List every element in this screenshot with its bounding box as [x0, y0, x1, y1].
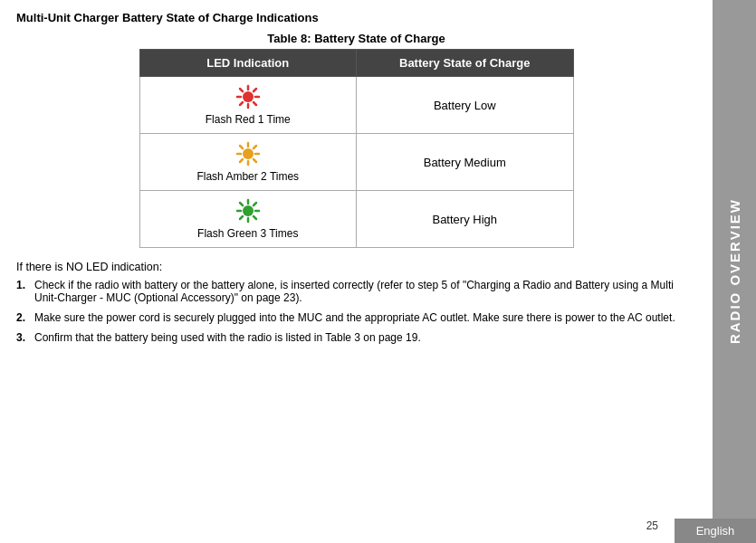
- led-label: Flash Red 1 Time: [151, 113, 346, 126]
- state-cell: Battery High: [357, 191, 574, 248]
- note-number: 3.: [16, 331, 34, 344]
- table-caption: Table 8: Battery State of Charge: [16, 32, 696, 45]
- svg-line-24: [254, 216, 256, 219]
- svg-line-14: [240, 146, 243, 148]
- note-text: Confirm that the battery being used with…: [34, 331, 421, 344]
- page-title: Multi-Unit Charger Battery State of Char…: [16, 11, 696, 24]
- svg-line-6: [254, 102, 256, 105]
- table-row: Flash Green 3 TimesBattery High: [139, 191, 573, 248]
- svg-line-5: [240, 89, 243, 91]
- led-label: Flash Amber 2 Times: [151, 170, 346, 183]
- svg-line-8: [240, 102, 243, 105]
- no-led-text: If there is NO LED indication:: [16, 261, 696, 273]
- led-cell: Flash Amber 2 Times: [139, 134, 357, 191]
- svg-line-17: [240, 159, 243, 162]
- svg-line-7: [254, 89, 256, 91]
- svg-line-26: [240, 216, 243, 219]
- led-label: Flash Green 3 Times: [151, 227, 346, 240]
- led-icon: [231, 198, 265, 224]
- led-icon: [231, 141, 265, 167]
- svg-line-25: [254, 203, 256, 205]
- state-cell: Battery Medium: [357, 134, 574, 191]
- table-row: Flash Red 1 TimeBattery Low: [139, 77, 573, 134]
- svg-point-9: [243, 148, 254, 159]
- note-text: Make sure the power cord is securely plu…: [34, 311, 675, 324]
- svg-line-23: [240, 203, 243, 205]
- col-header-state: Battery State of Charge: [357, 50, 574, 77]
- note-item: 1.Check if the radio with battery or the…: [16, 279, 696, 304]
- note-item: 3.Confirm that the battery being used wi…: [16, 331, 696, 344]
- note-number: 2.: [16, 311, 34, 324]
- sidebar: RADIO OVERVIEW English: [713, 0, 756, 543]
- note-item: 2.Make sure the power cord is securely p…: [16, 311, 696, 324]
- page-number: 25: [646, 519, 658, 532]
- state-cell: Battery Low: [357, 77, 574, 134]
- led-cell: Flash Red 1 Time: [139, 77, 357, 134]
- main-content: Multi-Unit Charger Battery State of Char…: [0, 0, 713, 543]
- svg-line-15: [254, 159, 256, 162]
- charge-table: LED Indication Battery State of Charge F…: [139, 49, 574, 248]
- sidebar-label: RADIO OVERVIEW: [727, 198, 742, 344]
- svg-point-0: [243, 91, 254, 102]
- english-badge: English: [675, 519, 756, 543]
- svg-point-18: [243, 205, 254, 216]
- led-cell: Flash Green 3 Times: [139, 191, 357, 248]
- table-row: Flash Amber 2 TimesBattery Medium: [139, 134, 573, 191]
- led-icon: [231, 84, 265, 110]
- col-header-led: LED Indication: [139, 50, 357, 77]
- svg-line-16: [254, 146, 256, 148]
- notes-list: 1.Check if the radio with battery or the…: [16, 279, 696, 351]
- note-text: Check if the radio with battery or the b…: [34, 279, 696, 304]
- note-number: 1.: [16, 279, 34, 304]
